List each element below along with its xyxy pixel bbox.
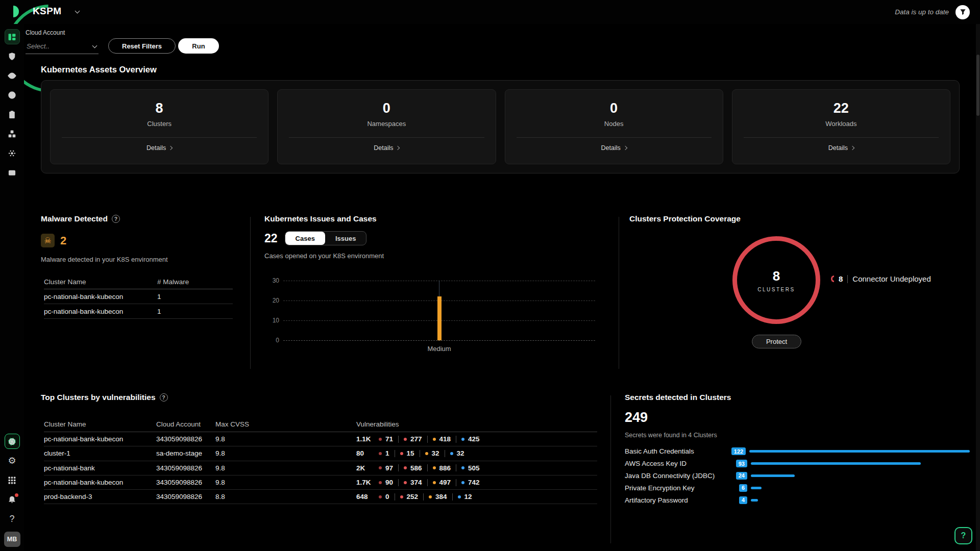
top-bar: KSPM Data is up to date <box>0 0 980 24</box>
tab-cases[interactable]: Cases <box>285 232 325 245</box>
secret-row[interactable]: Private Encryption Key6 <box>625 482 970 494</box>
divider <box>420 450 420 457</box>
severity-dot-icon <box>404 466 407 469</box>
divider <box>445 450 445 457</box>
vulnerability-table-row[interactable]: pc-national-bank3430590988269.82K9758688… <box>44 461 597 475</box>
severity-count: 886 <box>433 464 451 472</box>
gridline <box>283 340 595 341</box>
select-placeholder: Select.. <box>27 42 50 50</box>
vulnerability-table-row[interactable]: prod-backend-33430590988268.864802523841… <box>44 490 597 504</box>
severity-dot-icon <box>433 466 436 469</box>
top-clusters-section: Top Clusters by vulnerabilities ? Cluste… <box>41 393 597 402</box>
severity-dot-icon <box>461 481 464 484</box>
vuln-total: 1.7K <box>356 479 379 486</box>
secret-row[interactable]: Artifactory Password4 <box>625 494 970 506</box>
sidebar-item-shield-alert[interactable] <box>5 48 20 64</box>
secrets-count: 249 <box>625 410 648 425</box>
malware-table-row[interactable]: pc-national-bank-kubecon1 <box>44 304 233 319</box>
severity-dot-icon <box>450 452 453 455</box>
radar-icon <box>8 437 16 446</box>
protect-button[interactable]: Protect <box>752 335 801 348</box>
secret-row[interactable]: Basic Auth Credentials122 <box>625 445 970 458</box>
asset-card-clusters: 8ClustersDetails <box>50 89 268 164</box>
severity-count: 12 <box>458 493 472 500</box>
secret-count-badge: 24 <box>736 472 747 480</box>
vulnerability-table-row[interactable]: cluster-1sa-demo-stage9.8801153232 <box>44 446 597 461</box>
asset-card-namespaces: 0NamespacesDetails <box>277 89 496 164</box>
scrollbar-thumb[interactable] <box>976 55 979 116</box>
global-filter-button[interactable] <box>955 5 970 19</box>
bar-medium[interactable] <box>437 296 442 340</box>
severity-dot-icon <box>379 466 382 469</box>
secret-bar <box>751 462 921 465</box>
details-link[interactable]: Details <box>828 144 854 152</box>
severity-dot-icon <box>461 466 464 469</box>
divider <box>744 137 939 138</box>
sidebar-item-target[interactable] <box>5 87 20 103</box>
help-hint-icon[interactable]: ? <box>112 215 120 223</box>
asset-value: 0 <box>383 101 390 116</box>
secret-label: Artifactory Password <box>625 496 718 504</box>
sidebar-bottom-group: ⚙?MB <box>4 432 20 547</box>
sidebar-item-clipboard[interactable] <box>5 107 20 122</box>
gear-icon: ⚙ <box>8 456 16 465</box>
brand-logo-icon[interactable] <box>6 5 20 18</box>
sidebar-item-spark[interactable] <box>5 145 20 161</box>
details-link[interactable]: Details <box>601 144 627 152</box>
vulnerability-table-row[interactable]: pc-national-bank-kubecon3430590988269.81… <box>44 475 597 490</box>
details-link[interactable]: Details <box>146 144 172 152</box>
sidebar-item-wallet[interactable] <box>5 165 20 180</box>
tab-issues[interactable]: Issues <box>325 232 366 245</box>
cloud-account-select[interactable]: Select.. <box>26 40 99 54</box>
dashboard-icon <box>8 33 16 41</box>
severity-dot-icon <box>400 495 403 498</box>
divider <box>395 493 395 500</box>
chevron-down-icon[interactable] <box>75 9 80 14</box>
secret-count-badge: 122 <box>731 447 746 455</box>
table-header-row: Cluster Name Cloud Account Max CVSS Vuln… <box>44 417 597 432</box>
protection-title: Clusters Protection Coverage <box>629 214 741 223</box>
data-status-text: Data is up to date <box>895 8 949 16</box>
sidebar-item-bell[interactable] <box>5 492 20 507</box>
secret-label: AWS Access Key ID <box>625 460 718 467</box>
malware-table-row[interactable]: pc-national-bank-kubecon1 <box>44 289 233 304</box>
sidebar-item-gear[interactable]: ⚙ <box>5 453 20 468</box>
vuln-total: 2K <box>356 464 379 472</box>
y-axis-tick: 20 <box>262 297 279 304</box>
run-button[interactable]: Run <box>178 38 219 54</box>
severity-count: 90 <box>379 479 393 486</box>
severity-count: 374 <box>404 479 422 486</box>
secret-row[interactable]: Java DB Connectivity (JDBC)24 <box>625 470 970 482</box>
help-hint-icon[interactable]: ? <box>160 393 168 402</box>
sidebar-item-apps-grid[interactable] <box>5 472 20 488</box>
details-link[interactable]: Details <box>374 144 399 152</box>
severity-dot-icon <box>425 452 428 455</box>
malware-description: Malware detected in your K8S environment <box>41 256 168 263</box>
assets-overview-panel: 8ClustersDetails0NamespacesDetails0Nodes… <box>41 80 960 173</box>
cases-description: Cases opened on your K8S environment <box>264 252 384 260</box>
section-divider <box>610 395 611 543</box>
help-floating-button[interactable]: ? <box>954 527 972 544</box>
sidebar-item-eye[interactable] <box>5 68 20 83</box>
reset-filters-button[interactable]: Reset Filters <box>108 38 176 54</box>
sidebar-item-help[interactable]: ? <box>5 511 20 527</box>
user-avatar[interactable]: MB <box>4 532 20 547</box>
shield-alert-icon <box>8 52 16 61</box>
secret-label: Java DB Connectivity (JDBC) <box>625 472 718 480</box>
severity-count: 505 <box>461 464 480 472</box>
sidebar-item-dashboard[interactable] <box>5 29 20 44</box>
asset-value: 22 <box>834 101 849 116</box>
divider <box>427 479 428 486</box>
sidebar-item-radar[interactable] <box>5 434 20 449</box>
funnel-icon <box>959 8 967 16</box>
secret-row[interactable]: AWS Access Key ID93 <box>625 458 970 470</box>
kspm-dashboard: KSPM Data is up to date ⚙?MB Cloud Accou… <box>0 0 980 551</box>
wallet-icon <box>8 168 16 177</box>
vulnerability-table-row[interactable]: pc-national-bank-kubecon3430590988269.81… <box>44 432 597 446</box>
apps-grid-icon <box>8 476 16 485</box>
sidebar-item-blocks[interactable] <box>5 126 20 141</box>
divider <box>398 464 399 471</box>
severity-count: 32 <box>450 449 464 457</box>
severity-dot-icon <box>461 438 464 441</box>
asset-value: 8 <box>156 101 163 116</box>
